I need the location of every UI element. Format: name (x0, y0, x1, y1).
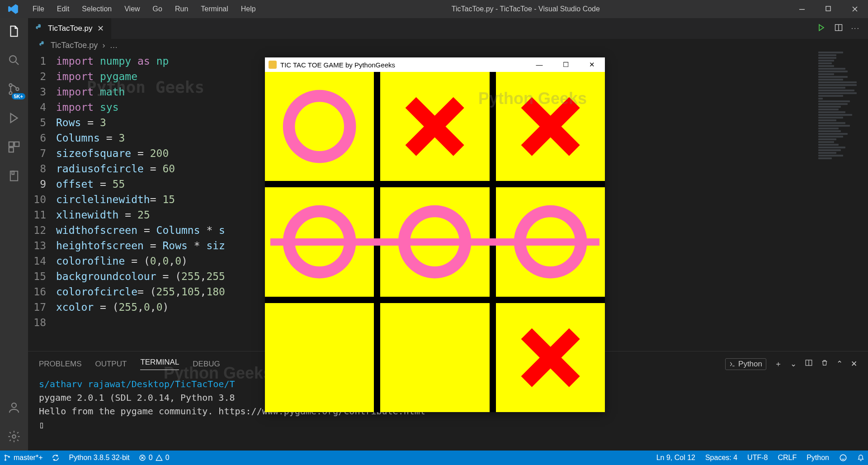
status-encoding[interactable]: UTF-8 (747, 454, 768, 462)
menu-run[interactable]: Run (169, 5, 194, 13)
panel-tab-output[interactable]: OUTPUT (95, 360, 127, 369)
close-panel-icon[interactable]: ✕ (851, 359, 857, 369)
close-tab-icon[interactable]: ✕ (97, 24, 104, 33)
svg-point-11 (12, 403, 16, 408)
panel-tab-debug[interactable]: DEBUG (193, 360, 220, 369)
menu-help[interactable]: Help (235, 5, 262, 13)
status-sync-icon[interactable] (52, 454, 60, 462)
tab-tictactoe[interactable]: TicTacToe.py ✕ (28, 18, 112, 39)
menu-view[interactable]: View (118, 5, 146, 13)
svg-rect-6 (9, 142, 14, 147)
pygame-icon (269, 61, 277, 69)
account-icon[interactable] (6, 400, 22, 415)
bookmark-icon[interactable] (6, 168, 22, 184)
tab-bar: TicTacToe.py ✕ ··· (28, 18, 868, 39)
svg-rect-10 (12, 171, 14, 175)
game-minimize-button[interactable]: — (526, 61, 552, 69)
vscode-logo-icon (0, 3, 26, 15)
svg-point-5 (16, 88, 19, 90)
title-bar: File Edit Selection View Go Run Terminal… (0, 0, 868, 18)
window-title: TicTacToe.py - TicTacToe - Visual Studio… (262, 5, 789, 13)
svg-rect-1 (826, 6, 830, 11)
window-close-button[interactable] (842, 0, 868, 18)
breadcrumb-file: TicTacToe.py (51, 41, 98, 50)
status-notifications-icon[interactable] (857, 454, 864, 462)
status-indentation[interactable]: Spaces: 4 (705, 454, 737, 462)
svg-rect-8 (9, 147, 14, 152)
win-line (270, 238, 599, 246)
svg-point-4 (9, 92, 12, 95)
board-cell[interactable] (265, 72, 374, 181)
menu-file[interactable]: File (26, 5, 51, 13)
svg-rect-7 (14, 142, 19, 147)
svg-point-3 (9, 84, 12, 86)
board-cell[interactable] (496, 303, 605, 412)
status-feedback-icon[interactable] (839, 454, 847, 462)
board-cell[interactable] (265, 303, 374, 412)
game-maximize-button[interactable]: ☐ (552, 61, 579, 69)
game-title-bar: TIC TAC TOE GAME by PythonGeeks — ☐ ✕ (265, 57, 605, 72)
search-icon[interactable] (6, 52, 22, 68)
board-cell[interactable] (380, 303, 489, 412)
status-bar: master*+ Python 3.8.5 32-bit 0 0 Ln 9, C… (0, 451, 868, 465)
status-problems[interactable]: 0 0 (139, 454, 170, 462)
board-cell[interactable] (496, 72, 605, 181)
panel-tab-problems[interactable]: PROBLEMS (39, 360, 81, 369)
terminal-dropdown-icon[interactable]: ⌄ (790, 359, 797, 369)
svg-point-16 (5, 459, 6, 460)
settings-gear-icon[interactable] (6, 429, 22, 444)
status-eol[interactable]: CRLF (778, 454, 797, 462)
menu-bar: File Edit Selection View Go Run Terminal… (26, 5, 262, 13)
extensions-icon[interactable] (6, 139, 22, 155)
explorer-icon[interactable] (6, 24, 22, 39)
menu-edit[interactable]: Edit (51, 5, 76, 13)
python-file-icon (39, 41, 46, 50)
svg-point-12 (12, 435, 16, 438)
kill-terminal-icon[interactable] (821, 359, 828, 369)
status-cursor-position[interactable]: Ln 9, Col 12 (656, 454, 695, 462)
svg-point-20 (289, 96, 350, 157)
terminal-shell-indicator[interactable]: Python (725, 358, 766, 370)
menu-go[interactable]: Go (146, 5, 169, 13)
panel-tab-terminal[interactable]: TERMINAL (140, 358, 179, 370)
window-maximize-button[interactable] (816, 0, 842, 18)
board-cell[interactable] (380, 72, 489, 181)
game-window: TIC TAC TOE GAME by PythonGeeks — ☐ ✕ Py… (265, 57, 605, 412)
menu-selection[interactable]: Selection (75, 5, 118, 13)
svg-rect-0 (799, 9, 805, 10)
svg-point-19 (840, 455, 846, 461)
maximize-panel-icon[interactable]: ⌃ (836, 359, 843, 369)
status-language[interactable]: Python (807, 454, 829, 462)
tab-label: TicTacToe.py (48, 24, 93, 33)
menu-terminal[interactable]: Terminal (194, 5, 234, 13)
chevron-right-icon: › (102, 41, 105, 50)
svg-point-2 (9, 56, 16, 62)
game-title: TIC TAC TOE GAME by PythonGeeks (280, 61, 395, 69)
svg-point-15 (5, 455, 6, 456)
more-actions-icon[interactable]: ··· (851, 24, 860, 33)
window-minimize-button[interactable] (789, 0, 816, 18)
game-board[interactable] (265, 72, 605, 412)
run-file-icon[interactable] (817, 23, 826, 34)
scm-badge: 5K+ (12, 93, 26, 100)
split-terminal-icon[interactable] (805, 359, 813, 369)
breadcrumb[interactable]: TicTacToe.py › … (28, 39, 868, 52)
new-terminal-icon[interactable]: ＋ (774, 359, 782, 369)
split-editor-icon[interactable] (834, 23, 843, 34)
source-control-icon[interactable]: 5K+ (6, 81, 22, 97)
status-branch[interactable]: master*+ (4, 454, 42, 462)
activity-bar: 5K+ (0, 18, 28, 451)
game-close-button[interactable]: ✕ (579, 61, 605, 69)
breadcrumb-more: … (109, 41, 118, 50)
status-interpreter[interactable]: Python 3.8.5 32-bit (69, 454, 129, 462)
minimap[interactable] (818, 52, 868, 187)
python-file-icon (35, 24, 43, 34)
run-debug-icon[interactable] (6, 110, 22, 126)
